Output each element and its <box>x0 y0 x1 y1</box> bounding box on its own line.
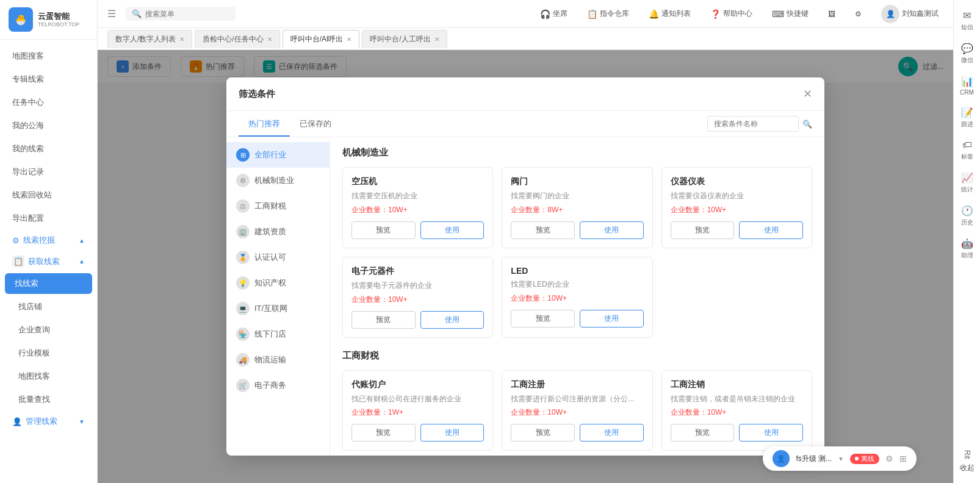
modal-tab-saved[interactable]: 已保存的 <box>290 112 341 137</box>
rs-assistant[interactable]: 🤖 助理 <box>954 233 980 265</box>
use-btn[interactable]: 使用 <box>580 424 644 442</box>
bottom-settings-icon[interactable]: ⚙ <box>885 454 893 463</box>
preview-btn[interactable]: 预览 <box>351 221 416 239</box>
category-certification[interactable]: 🏅 认证认可 <box>226 245 330 270</box>
bottom-user-name: fs升级 测... <box>796 454 832 464</box>
command-icon: 📋 <box>587 9 597 19</box>
nav-seat[interactable]: 🎧 坐席 <box>535 6 572 21</box>
card-account-switch: 代账切户 找已有财税公司在进行服务的企业 企业数量：1W+ 预览 使用 <box>342 370 493 451</box>
app-name: 云蛋智能 <box>38 12 79 22</box>
preview-btn[interactable]: 预览 <box>351 424 416 442</box>
menu-toggle-icon[interactable]: ☰ <box>107 8 116 20</box>
preview-btn[interactable]: 预览 <box>671 221 735 239</box>
card-title: 空压机 <box>351 176 484 187</box>
tab-digital-human[interactable]: 数字人/数字人列表 ✕ <box>107 30 192 48</box>
sidebar-item-manage-clues[interactable]: 👤 管理线索 ▼ <box>0 411 97 432</box>
nav-extra1[interactable]: 🖼 <box>823 7 840 21</box>
category-it[interactable]: 💻 IT/互联网 <box>226 296 330 321</box>
nav-command[interactable]: 📋 指令仓库 <box>582 6 634 21</box>
sidebar-item-public-sea[interactable]: 我的公海 <box>0 114 97 137</box>
category-construction[interactable]: 🏢 建筑资质 <box>226 219 330 245</box>
category-ip[interactable]: 💡 知识产权 <box>226 270 330 296</box>
logo-area: 🐣 云蛋智能 TELROBOT.TOP <box>0 0 97 40</box>
category-ecommerce[interactable]: 🛒 电子商务 <box>226 373 330 398</box>
sidebar-item-export-record[interactable]: 导出记录 <box>0 160 97 184</box>
cat-all-icon: ⊞ <box>236 148 250 162</box>
nav-shortcut[interactable]: ⌨ 快捷键 <box>767 6 813 21</box>
tab-manual-call[interactable]: 呼叫中台/人工呼出 ✕ <box>362 30 447 48</box>
sidebar-item-my-clues[interactable]: 我的线索 <box>0 137 97 160</box>
rs-followup[interactable]: 📝 跟进 <box>954 102 980 134</box>
use-btn[interactable]: 使用 <box>420 221 485 239</box>
sidebar-item-export-config[interactable]: 导出配置 <box>0 207 97 230</box>
bottom-expand-icon[interactable]: ⊞ <box>899 454 907 463</box>
search-bar[interactable]: 🔍 <box>126 7 236 21</box>
modal-close-btn[interactable]: ✕ <box>803 87 812 101</box>
preview-btn[interactable]: 预览 <box>671 424 735 442</box>
use-btn[interactable]: 使用 <box>739 221 803 239</box>
card-title: 电子元器件 <box>351 266 484 277</box>
bottom-dropdown-icon[interactable]: ▼ <box>838 456 844 462</box>
nav-help[interactable]: ❓ 帮助中心 <box>705 6 757 21</box>
category-logistics[interactable]: 🚚 物流运输 <box>226 347 330 373</box>
rs-tag[interactable]: 🏷 标签 <box>954 135 980 166</box>
category-finance[interactable]: ⚖ 工商财税 <box>226 193 330 219</box>
modal-search-input[interactable] <box>707 116 799 132</box>
rs-wechat[interactable]: 💬 微信 <box>954 38 980 70</box>
preview-btn[interactable]: 预览 <box>511 424 575 442</box>
tab-close-1[interactable]: ✕ <box>267 36 272 43</box>
sidebar-item-recycle[interactable]: 线索回收站 <box>0 184 97 207</box>
modal-tab-hot[interactable]: 热门推荐 <box>239 112 290 137</box>
preview-btn[interactable]: 预览 <box>351 311 416 329</box>
sidebar-item-task-center[interactable]: 任务中心 <box>0 91 97 114</box>
use-btn[interactable]: 使用 <box>580 310 644 327</box>
use-btn[interactable]: 使用 <box>420 311 485 329</box>
cat-finance-icon: ⚖ <box>236 199 250 213</box>
category-offline[interactable]: 🏪 线下门店 <box>226 321 330 347</box>
rs-sms[interactable]: ✉ 短信 <box>954 5 980 37</box>
cat-construction-icon: 🏢 <box>236 225 250 238</box>
sidebar-item-find-clues[interactable]: 找线索 <box>5 273 92 294</box>
rs-history[interactable]: 🕐 历史 <box>954 200 980 232</box>
sidebar-item-get-clues[interactable]: 📋 获取线索 ▲ <box>0 251 97 272</box>
category-all[interactable]: ⊞ 全部行业 <box>226 142 330 168</box>
tab-close-3[interactable]: ✕ <box>434 36 439 43</box>
tab-close-0[interactable]: ✕ <box>179 36 184 43</box>
modal-search-icon[interactable]: 🔍 <box>802 120 812 129</box>
tab-ai-call[interactable]: 呼叫中台/AI呼出 ✕ <box>283 30 360 48</box>
sidebar-item-batch-find[interactable]: 批量查找 <box>0 388 97 411</box>
sidebar-item-find-shop[interactable]: 找店铺 <box>0 295 97 318</box>
tab-quality-check[interactable]: 质检中心/任务中心 ✕ <box>195 30 279 48</box>
use-btn[interactable]: 使用 <box>739 424 803 442</box>
preview-btn[interactable]: 预览 <box>511 221 575 239</box>
category-machinery[interactable]: ⚙ 机械制造业 <box>226 168 330 193</box>
nav-extra2[interactable]: ⚙ <box>850 7 867 21</box>
nav-notify[interactable]: 🔔 通知列表 <box>644 6 696 21</box>
card-actions: 预览 使用 <box>671 221 803 239</box>
sidebar-item-company-query[interactable]: 企业查询 <box>0 318 97 342</box>
followup-icon: 📝 <box>961 107 973 118</box>
tab-close-2[interactable]: ✕ <box>347 36 351 43</box>
sidebar-item-map-find[interactable]: 地图找客 <box>0 365 97 388</box>
nav-user[interactable]: 👤 刘知鑫测试 <box>876 2 943 26</box>
card-count: 企业数量：10W+ <box>351 205 484 215</box>
tag-icon: 🏷 <box>962 140 972 151</box>
rs-stats[interactable]: 📈 统计 <box>954 167 980 199</box>
modal-tabs-row: 热门推荐 已保存的 🔍 <box>226 111 824 137</box>
use-btn[interactable]: 使用 <box>580 221 644 239</box>
collect-icon[interactable]: 收起 <box>960 463 975 473</box>
card-instruments: 仪器仪表 找需要仪器仪表的企业 企业数量：10W+ 预览 使用 <box>661 167 812 248</box>
card-count: 企业数量：10W+ <box>511 293 643 304</box>
card-desc: 找需要仪器仪表的企业 <box>671 191 803 201</box>
chevron-icon-3: ▼ <box>79 418 85 425</box>
rs-crm[interactable]: 📊 CRM <box>954 71 980 101</box>
search-input[interactable] <box>145 10 218 18</box>
chevron-icon: ▲ <box>79 237 85 244</box>
sidebar-item-map-search[interactable]: 地图搜客 <box>0 45 97 68</box>
sidebar-item-clue-mining[interactable]: ⚙ 线索挖掘 ▲ <box>0 230 97 251</box>
use-btn[interactable]: 使用 <box>420 424 485 442</box>
sidebar-item-special-clues[interactable]: 专辑线索 <box>0 68 97 91</box>
preview-btn[interactable]: 预览 <box>511 310 575 327</box>
sidebar-item-industry-template[interactable]: 行业模板 <box>0 342 97 365</box>
card-desc: 找需要注销，或者是吊销未注销的企业 <box>671 394 803 404</box>
